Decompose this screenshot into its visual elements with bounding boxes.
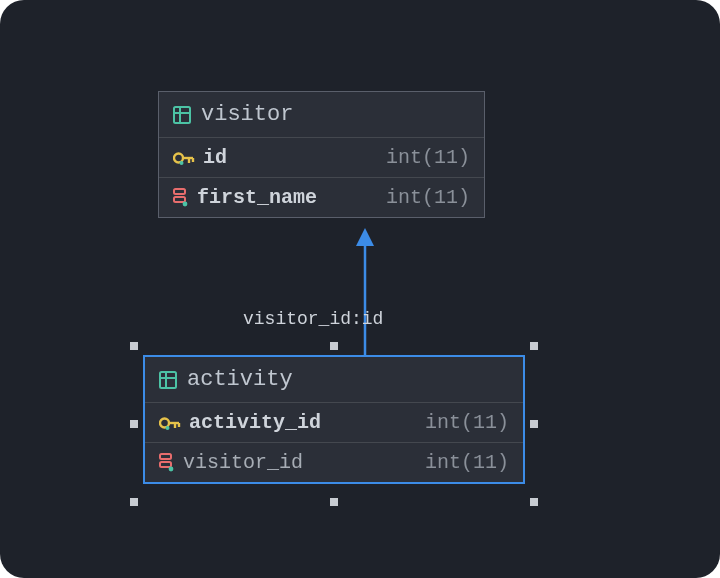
column-name: first_name <box>197 186 317 209</box>
table-visitor[interactable]: visitor id int(11) <box>158 91 485 218</box>
svg-point-20 <box>166 426 170 430</box>
column-row[interactable]: activity_id int(11) <box>145 402 523 442</box>
primary-key-icon <box>159 416 181 430</box>
svg-rect-21 <box>160 454 171 459</box>
column-icon <box>159 453 175 472</box>
svg-rect-2 <box>174 107 190 123</box>
selection-handle[interactable] <box>130 342 138 350</box>
svg-marker-1 <box>356 228 374 246</box>
selection-handle[interactable] <box>130 420 138 428</box>
column-name: activity_id <box>189 411 321 434</box>
relationship-label: visitor_id:id <box>243 309 383 329</box>
table-name: visitor <box>201 102 293 127</box>
table-title-row: visitor <box>159 92 484 137</box>
svg-rect-11 <box>174 197 185 202</box>
svg-point-12 <box>183 202 188 207</box>
column-row[interactable]: first_name int(11) <box>159 177 484 217</box>
column-name: visitor_id <box>183 451 303 474</box>
svg-point-23 <box>169 467 174 472</box>
table-icon <box>159 371 177 389</box>
svg-rect-13 <box>160 372 176 388</box>
table-name: activity <box>187 367 293 392</box>
svg-rect-22 <box>160 462 171 467</box>
column-name: id <box>203 146 227 169</box>
selection-handle[interactable] <box>130 498 138 506</box>
selection-handle[interactable] <box>330 498 338 506</box>
table-title-row: activity <box>145 357 523 402</box>
column-type: int(11) <box>386 186 470 209</box>
relationship-connector <box>353 228 377 356</box>
primary-key-icon <box>173 151 195 165</box>
diagram-canvas[interactable]: visitor_id:id visitor <box>0 0 720 578</box>
table-icon <box>173 106 191 124</box>
selection-handle[interactable] <box>530 420 538 428</box>
column-icon <box>173 188 189 207</box>
svg-rect-10 <box>174 189 185 194</box>
selection-handle[interactable] <box>530 342 538 350</box>
selection-handle[interactable] <box>330 342 338 350</box>
selection-handle[interactable] <box>530 498 538 506</box>
column-type: int(11) <box>425 411 509 434</box>
table-activity[interactable]: activity activity_id int(11) <box>143 355 525 484</box>
column-type: int(11) <box>386 146 470 169</box>
column-type: int(11) <box>425 451 509 474</box>
column-row[interactable]: visitor_id int(11) <box>145 442 523 482</box>
column-row[interactable]: id int(11) <box>159 137 484 177</box>
svg-point-9 <box>180 161 184 165</box>
